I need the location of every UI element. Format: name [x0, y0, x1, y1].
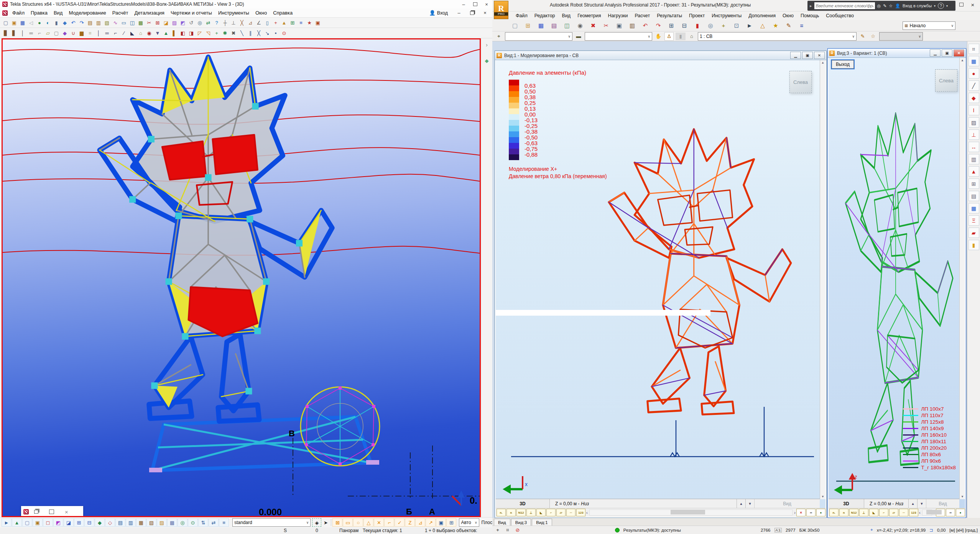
view1-titlebar[interactable]: R Вид:1 - Моделирование ветра - СВ ▁ ▣ ✕ — [495, 51, 826, 60]
new-model-icon[interactable]: ▢ — [2, 19, 10, 26]
load-case-icon[interactable]: ⌂ — [687, 33, 696, 40]
grid-icon[interactable]: ▩ — [136, 19, 145, 26]
help-icon[interactable]: ? — [938, 3, 944, 9]
maximize-icon[interactable] — [955, 1, 967, 8]
arrow-down-icon[interactable]: ▼ — [153, 29, 162, 37]
frame-generator-icon[interactable]: ▤ — [968, 191, 979, 201]
support-icon[interactable]: ⊥ — [229, 19, 238, 26]
profile-icon[interactable]: ⌐ — [35, 29, 44, 37]
column-icon[interactable]: ▋ — [10, 29, 18, 37]
tekla-login-button[interactable]: Вход — [437, 10, 448, 16]
section-shapes-icon[interactable]: ▱ — [889, 509, 898, 516]
select-welds-icon[interactable]: ◪ — [64, 518, 74, 527]
restore-icon[interactable] — [34, 510, 38, 514]
render-icon[interactable]: ◪ — [162, 19, 170, 26]
view-close-icon[interactable]: ✕ — [954, 49, 964, 57]
slab-icon[interactable]: ═ — [27, 29, 35, 37]
weld-icon[interactable]: ═ — [103, 29, 111, 37]
dual-view-icon[interactable]: ◫ — [128, 19, 136, 26]
select-grids-icon[interactable]: ◇ — [105, 518, 115, 527]
bar-icon[interactable]: ╱ — [968, 80, 979, 91]
parallel-icon[interactable]: ∥ — [246, 29, 255, 37]
view1-canvas[interactable]: Давление на элементы (кПа) 0,630,500,380… — [496, 60, 825, 517]
axes-status-icon[interactable]: + — [495, 526, 501, 534]
snap-lines-icon[interactable]: ⊙ — [188, 518, 198, 527]
snap-angle-icon[interactable]: ⊿ — [415, 518, 425, 527]
tekla-menu-item[interactable]: Инструменты — [215, 10, 252, 16]
section-view-icon[interactable]: ◨ — [187, 29, 196, 37]
beam-icon[interactable]: ▊ — [2, 29, 10, 37]
signin-caret-icon[interactable]: ▾ — [934, 4, 936, 8]
delete-icon[interactable]: ⊠ — [153, 19, 162, 26]
maximize-icon[interactable] — [49, 509, 54, 514]
robot-menu-item[interactable]: Редактор — [531, 13, 559, 18]
cross-line-icon[interactable]: ╳ — [255, 29, 263, 37]
robot-menu-item[interactable]: Проект — [686, 13, 708, 18]
cut-line-icon[interactable]: ∕ — [120, 29, 128, 37]
pad-footing-icon[interactable]: ▆ — [77, 29, 86, 37]
view-close-icon[interactable]: ✕ — [814, 52, 825, 59]
tekla-menu-item[interactable]: Расчёт — [109, 10, 132, 16]
display-options-icon[interactable]: ▦ — [968, 56, 979, 66]
side-pane-handle-icon[interactable]: ◆ — [485, 58, 489, 64]
scroll-right-icon[interactable]: › — [794, 510, 796, 515]
explode-icon[interactable]: ✱ — [221, 29, 229, 37]
load-symbols-icon[interactable]: N12 — [849, 509, 858, 516]
panel-icon[interactable]: ▢ — [52, 29, 61, 37]
calculator-icon[interactable]: ⊞ — [666, 21, 676, 30]
array-icon[interactable]: ⊞ — [288, 19, 297, 26]
select-bar-icon[interactable]: ▬ — [574, 33, 583, 40]
view-tab[interactable]: Вид — [494, 519, 510, 526]
curved-beam-icon[interactable]: ∪ — [69, 29, 77, 37]
signin-button[interactable]: Вход в службы — [903, 3, 932, 8]
favorites-icon[interactable]: ★ — [305, 19, 314, 26]
view-glasses-icon[interactable]: ∞ — [946, 509, 955, 516]
supports-icon[interactable]: ⊥ — [859, 509, 868, 516]
robot-menu-item[interactable]: Геометрия — [574, 13, 604, 18]
bolt-icon[interactable]: │ — [94, 29, 103, 37]
remove-icon[interactable]: ✖ — [229, 29, 238, 37]
select-cuts-icon[interactable]: ▦ — [136, 518, 146, 527]
report-icon[interactable]: ▯ — [263, 19, 271, 26]
redo-icon[interactable]: ↷ — [77, 19, 86, 26]
viewcube[interactable]: Слева — [935, 69, 957, 92]
clash-check-icon[interactable]: ╳ — [238, 19, 246, 26]
child-close-icon[interactable]: × — [479, 10, 491, 16]
add-point-icon[interactable]: + — [271, 19, 280, 26]
snap-free-icon[interactable]: ✓ — [395, 518, 404, 527]
solid-icon[interactable]: ▮ — [968, 240, 979, 250]
bolt-group-icon[interactable]: ◉ — [145, 29, 153, 37]
select-node-icon[interactable]: ⌖ — [495, 33, 503, 40]
child-restore-icon[interactable] — [466, 10, 478, 16]
cursor-icon[interactable]: ➤ — [321, 519, 330, 526]
snap-intersection-icon[interactable]: ✕ — [374, 518, 384, 527]
grid-status-icon[interactable]: ⌗ — [505, 526, 511, 534]
release-icon[interactable]: ↔ — [968, 142, 979, 152]
close-icon[interactable]: × — [65, 509, 68, 515]
add-node-icon[interactable]: + — [212, 29, 221, 37]
autosnap-combo[interactable]: Авто∨ — [459, 518, 479, 527]
load-case-combo[interactable]: 1 : СВ∨ — [698, 32, 857, 41]
column-tool-icon[interactable]: ▮ — [52, 19, 61, 26]
copy-icon[interactable]: ▣ — [614, 21, 624, 30]
select-holes-icon[interactable]: ⊟ — [84, 518, 94, 527]
help-icon[interactable]: ? — [212, 19, 221, 26]
minimize-icon[interactable]: – — [458, 1, 469, 8]
cut-icon[interactable]: ✂ — [601, 21, 611, 30]
display-attributes-icon[interactable]: Δ — [664, 32, 674, 41]
snap-reference-icon[interactable]: ⊠ — [332, 518, 342, 527]
model-object-icon[interactable]: ◆ — [61, 19, 69, 26]
robot-menu-item[interactable]: Результаты — [653, 13, 686, 18]
select-bolts-icon[interactable]: ⊞ — [74, 518, 84, 527]
tab-3d[interactable]: 3D — [829, 499, 864, 508]
horizontal-scrollbar[interactable] — [589, 509, 793, 516]
spline-icon[interactable]: ∿ — [111, 19, 120, 26]
tekla-menu-item[interactable]: Детализация — [131, 10, 167, 16]
screen-capture-icon[interactable]: ◉ — [575, 21, 585, 30]
wall-icon[interactable]: ▌ — [170, 29, 179, 37]
view-minimize-icon[interactable]: ▁ — [790, 52, 801, 59]
releases-icon[interactable]: ⌐ — [879, 509, 888, 516]
snap-grid-icon[interactable]: ⊞ — [446, 518, 456, 527]
select-rebar-icon[interactable]: ▧ — [146, 518, 156, 527]
favorites-star-icon[interactable]: ☆ — [889, 3, 893, 8]
